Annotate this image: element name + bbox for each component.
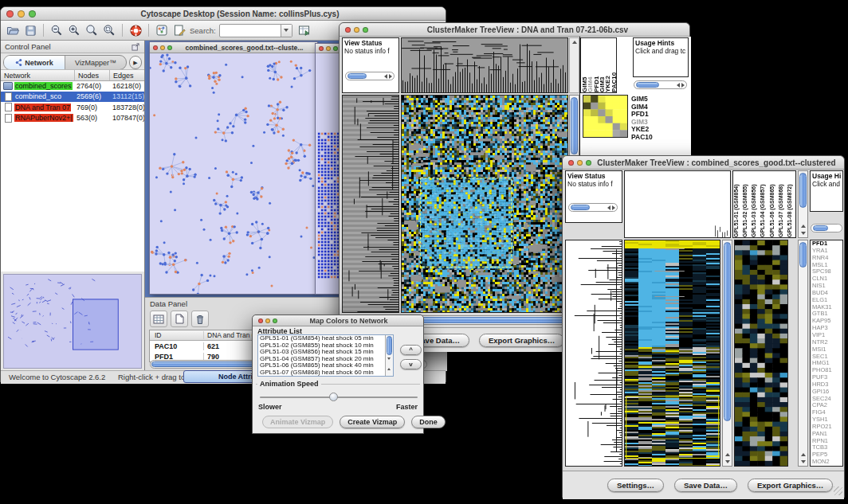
vscroll-thumb[interactable] bbox=[387, 336, 392, 355]
network-view-titlebar[interactable]: combined_scores_good.txt--cluste... bbox=[150, 42, 317, 53]
scroll-left-icon[interactable] bbox=[607, 205, 610, 210]
minimize-icon[interactable] bbox=[265, 318, 270, 323]
scroll-down-icon[interactable] bbox=[387, 357, 391, 373]
gene-label[interactable]: MON2 bbox=[812, 459, 842, 466]
column-label[interactable]: PAC10 bbox=[610, 38, 616, 92]
vscroll-thumb[interactable] bbox=[799, 173, 807, 208]
row-dendrogram[interactable] bbox=[342, 95, 399, 313]
attribute-list-item[interactable]: GPL51-07 (GSM868) heat shock 60 min bbox=[258, 369, 393, 377]
animation-speed-slider[interactable] bbox=[260, 397, 418, 398]
usage-hscrollbar[interactable] bbox=[811, 224, 842, 232]
usage-hscrollbar[interactable] bbox=[634, 80, 687, 89]
scroll-up-icon[interactable] bbox=[801, 225, 806, 228]
column-label[interactable]: PFD1 bbox=[593, 38, 599, 92]
minimize-icon[interactable] bbox=[326, 46, 331, 51]
search-dropdown-icon[interactable] bbox=[281, 25, 292, 37]
status-hscrollbar[interactable] bbox=[568, 203, 618, 212]
attribute-list-item[interactable]: GPL51-02 (GSM855) heat shock 10 min bbox=[258, 342, 393, 350]
minimize-icon[interactable] bbox=[160, 45, 165, 50]
move-up-button[interactable]: ^ bbox=[400, 345, 422, 355]
minimize-icon[interactable] bbox=[354, 27, 359, 33]
annotation-icon[interactable] bbox=[171, 22, 187, 38]
column-label[interactable]: GPL51-07 (GSM868) bbox=[778, 171, 787, 237]
resize-grip[interactable] bbox=[834, 486, 842, 495]
close-icon[interactable] bbox=[319, 46, 324, 51]
tab-network[interactable]: Network bbox=[4, 56, 65, 69]
save-session-icon[interactable] bbox=[22, 22, 38, 38]
network-graph-canvas[interactable] bbox=[150, 53, 317, 294]
column-label[interactable]: GPL51-08 (GSM872) bbox=[787, 171, 795, 237]
hscroll-thumb[interactable] bbox=[813, 225, 828, 231]
column-dendrogram[interactable] bbox=[401, 37, 568, 93]
network-overview-icon[interactable] bbox=[154, 22, 170, 38]
column-header-network[interactable]: Network bbox=[1, 70, 75, 80]
network-row[interactable]: DNA and Tran 07 769(0) 183728(0) bbox=[1, 102, 144, 113]
close-icon[interactable] bbox=[568, 160, 574, 166]
network-row[interactable]: RNAPuberNov2+| 563(0) 107847(0) bbox=[1, 113, 144, 124]
scroll-right-icon[interactable] bbox=[612, 205, 615, 210]
status-hscrollbar[interactable] bbox=[345, 72, 395, 80]
close-icon[interactable] bbox=[153, 45, 158, 50]
zoom-in-icon[interactable] bbox=[66, 22, 82, 38]
import-table-icon[interactable] bbox=[296, 22, 312, 38]
main-titlebar[interactable]: Cytoscape Desktop (Session Name: collins… bbox=[1, 7, 446, 21]
scroll-right-icon[interactable] bbox=[389, 74, 392, 79]
attribute-list-item[interactable]: GPL51-06 (GSM865) heat shock 40 min bbox=[258, 362, 393, 369]
dialog-button[interactable]: Done bbox=[411, 416, 446, 428]
list-vscrollbar[interactable] bbox=[385, 335, 393, 376]
maximize-icon[interactable] bbox=[167, 45, 172, 50]
new-attribute-icon[interactable] bbox=[171, 311, 188, 327]
column-header-nodes[interactable]: Nodes bbox=[75, 70, 110, 80]
correlation-matrix[interactable] bbox=[583, 95, 628, 138]
treeview-button[interactable]: Settings… bbox=[607, 479, 664, 492]
treeview-button[interactable]: Save Data… bbox=[674, 479, 737, 492]
column-label[interactable]: GPL51-04 (GSM857) bbox=[760, 171, 768, 237]
dialog-button[interactable]: Create Vizmap bbox=[340, 416, 405, 428]
label-vscrollbar[interactable] bbox=[798, 170, 808, 238]
id-column-header[interactable]: ID bbox=[150, 331, 204, 339]
network-row[interactable]: combined_scores 2764(0) 16218(0) bbox=[1, 80, 144, 92]
scroll-left-icon[interactable] bbox=[384, 74, 387, 79]
dialog-titlebar[interactable]: Map Colors to Network bbox=[253, 315, 423, 326]
vscroll-thumb[interactable] bbox=[724, 242, 731, 421]
treeview-button[interactable]: Export Graphics… bbox=[748, 479, 833, 492]
slider-knob[interactable] bbox=[329, 393, 338, 401]
dialog-button[interactable]: Animate Vizmap bbox=[262, 416, 333, 428]
heatmap-zoom-view[interactable] bbox=[734, 240, 788, 467]
heatmap-vscrollbar[interactable] bbox=[722, 240, 732, 467]
maximize-icon[interactable] bbox=[586, 160, 591, 166]
maximize-icon[interactable] bbox=[363, 27, 368, 33]
attribute-list-item[interactable]: GPL51-03 (GSM856) heat shock 15 min bbox=[258, 349, 393, 356]
maximize-icon[interactable] bbox=[273, 318, 277, 323]
gene-label[interactable]: PAC10 bbox=[631, 134, 687, 142]
float-panel-icon[interactable] bbox=[132, 42, 140, 51]
attribute-list-item[interactable]: GPL51-04 (GSM857) heat shock 20 min bbox=[258, 356, 393, 363]
zoom-selected-icon[interactable] bbox=[84, 22, 100, 38]
treeview2-titlebar[interactable]: ClusterMaker TreeView : combined_scores_… bbox=[563, 156, 844, 170]
tab-vizmapper[interactable]: VizMapper™ bbox=[65, 56, 126, 69]
attribute-list-item[interactable]: GPL51-01 (GSM854) heat shock 05 min bbox=[258, 335, 393, 342]
treeview1-titlebar[interactable]: ClusterMaker TreeView : DNA and Tran 07-… bbox=[340, 23, 689, 37]
treeview-button[interactable]: Export Graphics… bbox=[479, 334, 564, 347]
heatmap-global-view[interactable] bbox=[624, 240, 720, 467]
scroll-up-icon[interactable] bbox=[725, 453, 730, 456]
tabs-overflow-button[interactable]: ▶ bbox=[129, 56, 142, 69]
heatmap-global-view[interactable] bbox=[401, 95, 568, 313]
column-label[interactable]: GIM4 bbox=[587, 38, 592, 92]
delete-attribute-icon[interactable] bbox=[191, 311, 209, 327]
column-label[interactable]: GPL51-02 (GSM855) bbox=[742, 171, 751, 237]
column-label[interactable]: GPL51-01 (GSM854) bbox=[733, 171, 742, 237]
birdseye-overview[interactable] bbox=[3, 274, 142, 369]
maximize-icon[interactable] bbox=[29, 10, 36, 18]
column-label[interactable]: GPL51-03 (GSM856) bbox=[751, 171, 760, 237]
scroll-down-icon[interactable] bbox=[725, 460, 730, 463]
scroll-up-icon[interactable] bbox=[801, 453, 806, 456]
maximize-icon[interactable] bbox=[333, 46, 338, 51]
minimize-icon[interactable] bbox=[577, 160, 583, 166]
minimize-icon[interactable] bbox=[18, 10, 25, 18]
scroll-left-icon[interactable] bbox=[677, 83, 680, 88]
close-icon[interactable] bbox=[6, 10, 14, 18]
help-ring-icon[interactable] bbox=[128, 22, 143, 38]
zoom-vscrollbar[interactable] bbox=[798, 240, 808, 467]
row-dendrogram[interactable] bbox=[565, 240, 622, 467]
